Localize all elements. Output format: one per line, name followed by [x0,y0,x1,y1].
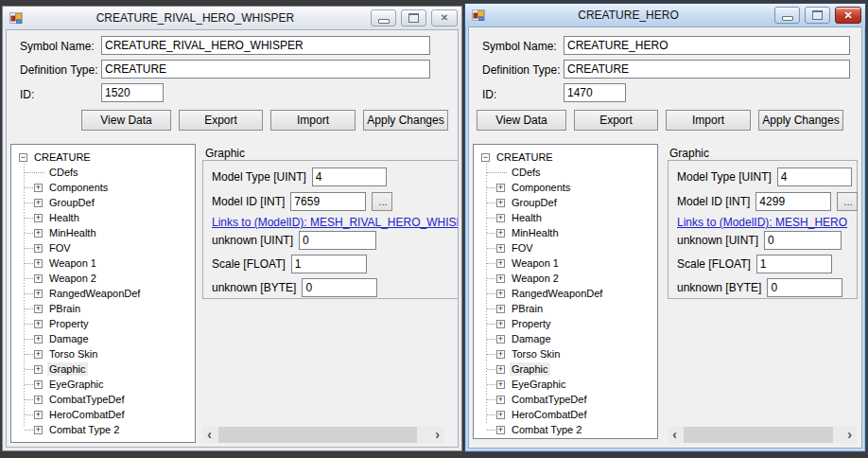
tree-item-label[interactable]: Property [47,317,91,330]
expand-icon[interactable]: + [496,305,505,313]
minimize-button[interactable] [774,7,800,24]
maximize-button[interactable] [805,7,830,24]
expand-icon[interactable]: + [34,380,43,389]
close-button[interactable]: ✕ [835,7,861,24]
tree-item-label[interactable]: HeroCombatDef [510,408,588,421]
tree-item[interactable]: + Components [11,180,195,195]
definition-tree[interactable]: − CREATURE CDefs + Components [473,144,658,439]
tree-item-label[interactable]: EyeGraphic [47,378,105,391]
tree-item[interactable]: + Weapon 2 [474,271,657,286]
expand-icon[interactable]: + [34,365,43,374]
expand-icon[interactable]: + [34,396,43,404]
unknown-byte-input[interactable] [767,278,842,297]
tree-item[interactable]: + HeroCombatDef [11,407,195,422]
tree-item-label[interactable]: Components [510,181,572,194]
tree-item-label[interactable]: CDefs [510,166,543,179]
tree-item-label[interactable]: Health [510,211,544,224]
scrollbar-track[interactable] [682,427,842,443]
expand-icon[interactable]: + [496,396,505,404]
tree-item[interactable]: + FOV [474,240,657,255]
symbol-name-input[interactable] [101,36,430,55]
view-data-button[interactable]: View Data [81,110,171,131]
expand-icon[interactable]: + [34,305,43,313]
titlebar[interactable]: CREATURE_HERO ✕ [465,4,865,26]
expand-icon[interactable]: + [496,350,505,359]
browse-model-button[interactable]: ... [837,192,858,211]
tree-item-label[interactable]: Property [510,317,553,330]
tree-item-label[interactable]: Weapon 2 [47,272,98,285]
tree-item-label[interactable]: Weapon 2 [510,272,561,285]
tree-item[interactable]: + RangedWeaponDef [11,286,195,301]
tree-item[interactable]: + GroupDef [474,195,657,210]
tree-item[interactable]: + FOV [11,240,195,255]
tree-item[interactable]: + Damage [474,331,657,346]
model-id-input[interactable] [290,192,366,211]
definition-type-input[interactable] [564,60,850,79]
tree-item[interactable]: + Combat Type 2 [11,422,195,437]
expand-icon[interactable]: + [496,259,505,268]
minimize-button[interactable] [371,9,396,26]
tree-item[interactable]: + Health [474,210,657,225]
tree-item-label[interactable]: Components [47,181,110,194]
expand-icon[interactable]: + [34,199,43,207]
tree-item[interactable]: + MinHealth [474,225,657,240]
tree-item-label[interactable]: Damage [47,332,91,345]
scroll-left-icon[interactable]: ‹ [668,427,682,443]
expand-icon[interactable]: + [496,199,505,207]
model-type-input[interactable] [777,167,852,186]
tree-item-label[interactable]: CombatTypeDef [47,393,126,406]
expand-icon[interactable]: + [34,184,43,192]
tree-item-label[interactable]: Damage [510,332,553,345]
definition-type-input[interactable] [101,60,430,79]
apply-changes-button[interactable]: Apply Changes [363,110,448,131]
tree-item-label[interactable]: Weapon 1 [47,256,98,270]
tree-item[interactable]: + Torso Skin [474,346,657,361]
maximize-button[interactable] [401,9,426,26]
tree-item[interactable]: + EyeGraphic [11,377,195,392]
expand-icon[interactable]: + [496,229,505,238]
scrollbar-track[interactable] [217,427,430,443]
definition-tree[interactable]: − CREATURE CDefs + Components [10,144,196,443]
tree-item[interactable]: + Damage [11,331,195,346]
tree-item-label[interactable]: MinHealth [510,226,561,239]
tree-item-label[interactable]: RangedWeaponDef [510,287,604,300]
expand-icon[interactable]: + [34,290,43,298]
expand-icon[interactable]: + [34,259,43,268]
tree-item[interactable]: + PBrain [11,301,195,316]
expand-icon[interactable]: + [496,244,505,253]
horizontal-scrollbar[interactable]: ‹ › [668,427,857,443]
tree-item-label[interactable]: MinHealth [47,226,98,239]
id-input[interactable] [564,83,626,102]
tree-item[interactable]: CDefs [11,165,195,180]
tree-item-label[interactable]: Graphic [47,362,88,376]
tree-item[interactable]: + Torso Skin [11,346,195,361]
expand-icon[interactable]: + [34,426,43,434]
collapse-icon[interactable]: − [481,153,490,162]
app-icon[interactable] [9,10,24,26]
tree-root-label[interactable]: CREATURE [495,150,555,164]
expand-icon[interactable]: + [496,184,505,192]
expand-icon[interactable]: + [496,365,505,374]
expand-icon[interactable]: + [496,290,505,298]
tree-item[interactable]: + Property [474,316,657,331]
scale-input[interactable] [756,255,832,273]
app-icon[interactable] [471,8,486,23]
model-link[interactable]: Links to (ModelID): MESH_RIVAL_HERO_WHIS… [212,216,459,229]
tree-item-label[interactable]: FOV [510,241,535,255]
tree-item-label[interactable]: PBrain [510,302,545,315]
tree-item[interactable]: + MinHealth [11,225,195,240]
tree-item[interactable]: + Graphic [11,361,195,377]
tree-item[interactable]: + CombatTypeDef [474,392,657,407]
import-button[interactable]: Import [666,110,751,131]
model-id-input[interactable] [755,192,831,211]
expand-icon[interactable]: + [496,320,505,328]
tree-root-item[interactable]: − CREATURE [11,150,195,165]
expand-icon[interactable]: + [34,274,43,283]
apply-changes-button[interactable]: Apply Changes [758,110,843,131]
tree-item[interactable]: + Property [11,316,195,331]
tree-item[interactable]: CDefs [474,165,657,180]
tree-item[interactable]: + HeroCombatDef [474,407,657,422]
expand-icon[interactable]: + [496,380,505,389]
tree-item[interactable]: + CombatTypeDef [11,392,195,407]
view-data-button[interactable]: View Data [477,110,566,131]
